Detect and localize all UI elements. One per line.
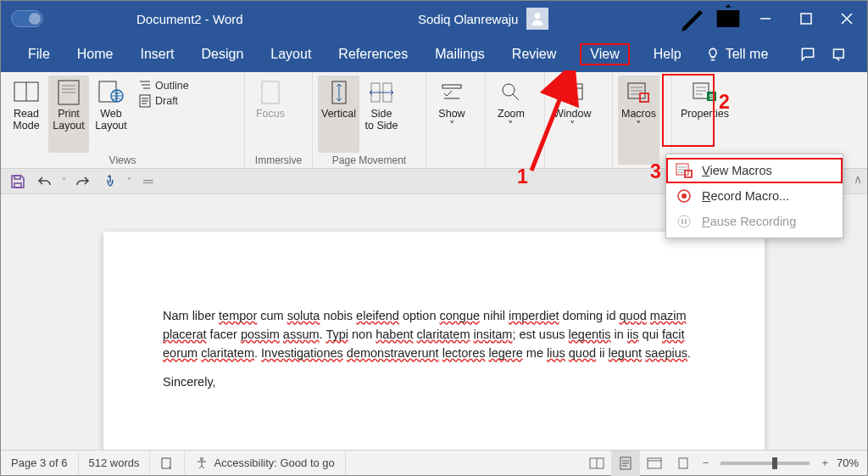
tab-home[interactable]: Home xyxy=(74,44,117,64)
customize-qat-icon[interactable]: ═ xyxy=(138,171,159,192)
document-page[interactable]: Nam liber tempor cum soluta nobis eleife… xyxy=(103,232,765,450)
tab-file[interactable]: File xyxy=(25,44,53,64)
svg-rect-3 xyxy=(834,49,844,58)
svg-point-18 xyxy=(503,84,515,96)
tab-view[interactable]: View xyxy=(580,43,629,65)
minimize-button[interactable] xyxy=(745,1,786,36)
svg-point-0 xyxy=(535,13,541,19)
annotation-arrow xyxy=(516,70,584,181)
side-to-side-button[interactable]: Sideto Side xyxy=(361,76,402,153)
svg-line-26 xyxy=(531,81,567,171)
autosave-toggle[interactable] xyxy=(11,10,43,27)
close-button[interactable] xyxy=(826,1,867,36)
user-name: Sodiq Olanrewaju xyxy=(418,12,518,26)
properties-button[interactable]: S Properties xyxy=(677,76,732,165)
tab-design[interactable]: Design xyxy=(198,44,247,64)
svg-rect-35 xyxy=(14,176,20,179)
menu-bar: File Home Insert Design Layout Reference… xyxy=(1,36,867,72)
undo-icon[interactable] xyxy=(35,171,55,192)
pause-recording-item: Pause Recording xyxy=(666,209,843,234)
callout-3: 3 xyxy=(650,160,661,183)
svg-rect-2 xyxy=(801,14,811,24)
web-view-icon[interactable] xyxy=(640,451,669,476)
callout-2: 2 xyxy=(719,91,730,114)
touch-mode-icon[interactable] xyxy=(100,171,120,192)
svg-rect-1 xyxy=(717,10,740,27)
title-bar: Document2 - Word Sodiq Olanrewaju xyxy=(1,1,867,36)
tab-layout[interactable]: Layout xyxy=(267,44,314,64)
tab-mailings[interactable]: Mailings xyxy=(431,44,488,64)
outline-button[interactable]: Outline xyxy=(138,79,189,92)
window-title: Document2 - Word xyxy=(136,12,243,26)
tab-help[interactable]: Help xyxy=(650,44,685,64)
zoom-slider[interactable] xyxy=(721,462,810,465)
read-mode-button[interactable]: ReadMode xyxy=(6,76,47,153)
svg-rect-32 xyxy=(682,219,683,224)
svg-point-30 xyxy=(682,193,687,199)
print-layout-button[interactable]: PrintLayout xyxy=(48,76,89,153)
zoom-in-button[interactable]: + xyxy=(816,456,833,469)
proofing-indicator[interactable] xyxy=(150,451,185,475)
lightbulb-icon xyxy=(705,47,721,62)
user-avatar[interactable] xyxy=(526,8,548,30)
svg-point-37 xyxy=(201,457,203,460)
page-indicator[interactable]: Page 3 of 6 xyxy=(1,451,79,475)
record-macro-item[interactable]: Record Macro... xyxy=(666,183,843,209)
pen-icon[interactable] xyxy=(677,1,711,36)
svg-text:S: S xyxy=(709,92,715,101)
body-paragraph: Sincerely, xyxy=(163,372,705,391)
tell-me-search[interactable]: Tell me xyxy=(705,47,769,62)
body-paragraph: Nam liber tempor cum soluta nobis eleife… xyxy=(163,306,705,362)
read-view-icon[interactable] xyxy=(582,451,611,476)
print-view-icon[interactable] xyxy=(611,451,640,476)
callout-1: 1 xyxy=(517,165,528,188)
comments-icon[interactable] xyxy=(796,42,820,66)
zoom-out-button[interactable]: − xyxy=(698,456,715,469)
accessibility-status[interactable]: Accessibility: Good to go xyxy=(185,451,345,475)
collapse-ribbon-icon[interactable]: ∧ xyxy=(854,172,862,186)
zoom-level[interactable]: 70% xyxy=(833,456,867,469)
svg-rect-21 xyxy=(640,93,648,102)
focus-view-icon[interactable] xyxy=(669,451,698,476)
show-dropdown[interactable]: Show˅ xyxy=(431,76,472,165)
svg-point-31 xyxy=(678,216,690,227)
tab-review[interactable]: Review xyxy=(509,44,559,64)
svg-rect-41 xyxy=(648,458,661,468)
vertical-button[interactable]: Vertical xyxy=(318,76,359,153)
svg-rect-33 xyxy=(685,219,687,224)
macros-dropdown[interactable]: Macros˅ xyxy=(618,76,659,165)
redo-icon[interactable] xyxy=(73,171,93,192)
status-bar: Page 3 of 6 512 words Accessibility: Goo… xyxy=(1,450,867,475)
maximize-button[interactable] xyxy=(786,1,826,36)
svg-rect-17 xyxy=(442,85,461,88)
draft-button[interactable]: Draft xyxy=(138,94,189,108)
tab-references[interactable]: References xyxy=(335,44,411,64)
catch-up-icon[interactable] xyxy=(828,42,852,66)
accessibility-icon xyxy=(195,456,209,470)
tab-insert[interactable]: Insert xyxy=(136,44,177,64)
focus-button[interactable]: Focus xyxy=(250,76,291,153)
view-macros-item[interactable]: View Macros xyxy=(666,158,843,183)
svg-rect-13 xyxy=(262,81,279,104)
svg-rect-42 xyxy=(679,458,687,468)
word-count[interactable]: 512 words xyxy=(79,451,151,475)
ribbon-display-icon[interactable] xyxy=(711,1,745,36)
macros-menu: View Macros Record Macro... Pause Record… xyxy=(665,154,843,238)
web-layout-button[interactable]: WebLayout xyxy=(91,76,131,153)
svg-rect-34 xyxy=(14,183,21,188)
save-icon[interactable] xyxy=(8,171,28,192)
